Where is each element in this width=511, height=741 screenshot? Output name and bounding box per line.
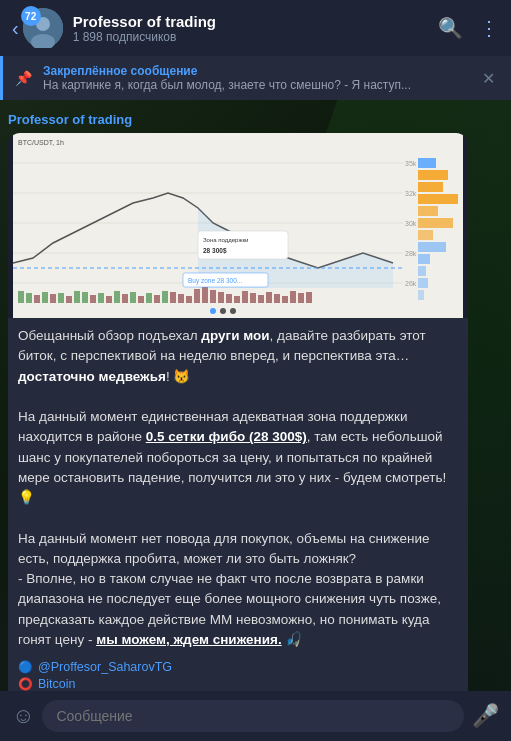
svg-text:Зона поддержки: Зона поддержки [203,237,248,243]
notification-badge: 72 [21,6,41,26]
svg-text:BTC/USDT, 1h: BTC/USDT, 1h [18,139,64,146]
svg-rect-50 [290,291,296,303]
svg-rect-38 [194,289,200,303]
svg-text:26k: 26k [405,280,417,287]
svg-rect-55 [418,182,443,192]
svg-rect-49 [282,296,288,303]
svg-rect-41 [218,292,224,303]
svg-text:35k: 35k [405,160,417,167]
message-input[interactable] [42,700,464,732]
svg-rect-62 [418,266,426,276]
svg-rect-33 [154,295,160,303]
svg-point-70 [210,308,216,314]
svg-rect-23 [74,291,80,303]
svg-rect-46 [258,295,264,303]
bitcoin-tag-icon: ⭕ [18,677,33,691]
channel-name-header: Professor of trading [0,108,511,129]
svg-rect-19 [42,292,48,303]
svg-rect-42 [226,294,232,303]
message-input-bar: ☺ 🎤 [0,691,511,741]
svg-rect-58 [418,218,453,228]
svg-rect-43 [234,296,240,303]
message-text: Обещанный обзор подъехал други мои, дава… [8,318,468,654]
search-icon[interactable]: 🔍 [438,16,463,40]
svg-rect-18 [34,295,40,303]
microphone-button[interactable]: 🎤 [472,703,499,729]
svg-rect-56 [418,194,458,204]
svg-rect-20 [50,294,56,303]
svg-rect-30 [130,292,136,303]
subscriber-count: 1 898 подписчиков [73,30,438,44]
svg-rect-45 [250,293,256,303]
svg-text:Buy zone 28 300...: Buy zone 28 300... [188,277,242,285]
pinned-label: Закреплённое сообщение [43,64,478,78]
more-options-icon[interactable]: ⋮ [479,16,499,40]
channel-header: ‹ 72 Professor of trading 1 898 подписчи… [0,0,511,56]
svg-rect-22 [66,296,72,303]
svg-rect-54 [418,170,448,180]
svg-rect-25 [90,295,96,303]
tag-bitcoin[interactable]: ⭕ Bitcoin [18,677,458,691]
svg-rect-52 [306,292,312,303]
svg-text:28 300$: 28 300$ [203,247,227,255]
svg-rect-27 [106,296,112,303]
channel-name: Professor of trading [73,13,438,30]
svg-rect-26 [98,293,104,303]
svg-rect-64 [418,290,424,300]
pinned-close-button[interactable]: ✕ [478,65,499,92]
svg-rect-24 [82,292,88,303]
svg-rect-63 [418,278,428,288]
svg-rect-3 [13,133,463,318]
svg-text:30k: 30k [405,220,417,227]
svg-rect-36 [178,294,184,303]
svg-rect-47 [266,292,272,303]
svg-text:32k: 32k [405,190,417,197]
bitcoin-link[interactable]: Bitcoin [38,677,76,691]
svg-rect-28 [114,291,120,303]
svg-point-71 [220,308,226,314]
channel-link[interactable]: @Proffesor_SaharovTG [38,660,172,674]
svg-rect-51 [298,293,304,303]
header-actions: 🔍 ⋮ [438,16,499,40]
svg-rect-60 [418,242,446,252]
svg-point-72 [230,308,236,314]
message-tags: 🔵 @Proffesor_SaharovTG ⭕ Bitcoin [8,654,468,695]
pinned-content: Закреплённое сообщение На картинке я, ко… [43,64,478,92]
chat-area: Professor of trading 35k [0,100,511,737]
pinned-text: На картинке я, когда был молод, знаете ч… [43,78,478,92]
svg-rect-34 [162,291,168,303]
svg-rect-57 [418,206,438,216]
back-button[interactable]: ‹ [12,17,19,40]
svg-rect-39 [202,287,208,303]
svg-rect-61 [418,254,430,264]
chart-image[interactable]: 35k 32k 30k 28k 26k [8,133,468,318]
svg-rect-16 [18,291,24,303]
svg-rect-31 [138,296,144,303]
svg-rect-40 [210,290,216,303]
header-info[interactable]: Professor of trading 1 898 подписчиков [73,13,438,44]
avatar-container[interactable]: 72 [23,8,63,48]
svg-rect-44 [242,291,248,303]
emoji-button[interactable]: ☺ [12,703,34,729]
channel-tag-icon: 🔵 [18,660,33,674]
pin-icon: 📌 [15,70,32,86]
svg-rect-35 [170,292,176,303]
svg-rect-37 [186,296,192,303]
message-bubble: 35k 32k 30k 28k 26k [8,133,468,725]
svg-rect-17 [26,293,32,303]
svg-rect-65 [198,231,288,259]
svg-rect-21 [58,293,64,303]
svg-rect-29 [122,294,128,303]
svg-rect-59 [418,230,433,240]
message-wrapper: 35k 32k 30k 28k 26k [0,129,511,729]
svg-text:28k: 28k [405,250,417,257]
svg-rect-32 [146,293,152,303]
svg-rect-53 [418,158,436,168]
pinned-message-bar[interactable]: 📌 Закреплённое сообщение На картинке я, … [0,56,511,100]
svg-rect-48 [274,294,280,303]
tag-channel[interactable]: 🔵 @Proffesor_SaharovTG [18,660,458,674]
